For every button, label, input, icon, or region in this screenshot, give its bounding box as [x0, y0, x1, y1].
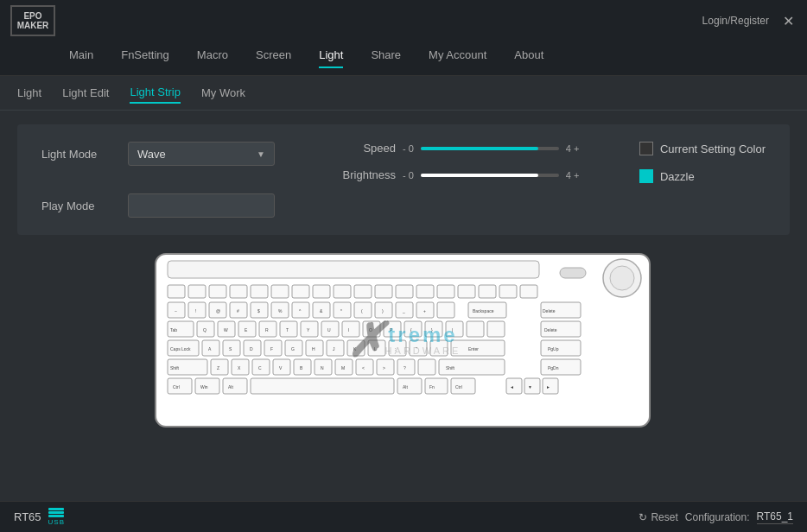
main-content: Light Mode Wave ▼ Play Mode — [0, 111, 807, 449]
dazzle-color-swatch[interactable] — [639, 169, 653, 183]
svg-rect-21 — [499, 285, 517, 298]
svg-text:U: U — [327, 327, 331, 332]
svg-rect-94 — [543, 378, 558, 394]
logo-text: EPOMAKER — [17, 11, 49, 30]
svg-rect-81 — [397, 359, 415, 375]
svg-rect-32 — [354, 302, 372, 318]
tab-light-strip[interactable]: Light Strip — [130, 82, 181, 104]
titlebar-right: Login/Register ✕ — [702, 13, 797, 29]
svg-rect-93 — [524, 378, 540, 394]
svg-text:Alt: Alt — [228, 384, 233, 390]
svg-text:Delete: Delete — [544, 327, 557, 332]
svg-text:%: % — [278, 308, 283, 314]
svg-text:Enter: Enter — [468, 346, 479, 352]
svg-text:Fn: Fn — [429, 384, 435, 390]
nav-item-fnsetting[interactable]: FnSetting — [121, 48, 169, 68]
nav-item-share[interactable]: Share — [371, 48, 401, 68]
brightness-slider[interactable] — [421, 174, 559, 177]
svg-rect-53 — [467, 321, 484, 337]
svg-rect-8 — [230, 285, 247, 298]
svg-text:Delete: Delete — [543, 308, 556, 314]
svg-text:PgUp: PgUp — [548, 346, 559, 352]
svg-text:Z: Z — [217, 365, 219, 370]
svg-rect-63 — [327, 340, 344, 356]
svg-rect-70 — [541, 340, 581, 356]
svg-rect-19 — [458, 285, 475, 298]
svg-rect-80 — [377, 359, 394, 375]
play-mode-label: Play Mode — [41, 200, 128, 212]
light-mode-value: Wave — [137, 148, 166, 161]
svg-text:C: C — [258, 365, 262, 370]
nav-item-screen[interactable]: Screen — [256, 48, 291, 68]
brightness-min-label: - 0 — [403, 170, 414, 180]
svg-text:~: ~ — [175, 308, 177, 314]
usb-label: USB — [48, 518, 65, 526]
svg-rect-79 — [356, 359, 373, 375]
svg-rect-33 — [375, 302, 392, 318]
light-mode-dropdown[interactable]: Wave ▼ — [128, 142, 275, 166]
close-button[interactable]: ✕ — [779, 13, 797, 29]
reset-icon: ↻ — [639, 511, 647, 523]
settings-panel: Light Mode Wave ▼ Play Mode — [17, 124, 790, 235]
tab-light-edit[interactable]: Light Edit — [62, 83, 109, 103]
statusbar-left: RT65 USB — [14, 508, 65, 526]
svg-text:#: # — [237, 308, 239, 314]
statusbar-right: ↻ Reset Configuration: RT65_1 — [639, 510, 793, 524]
speed-min-label: - 0 — [403, 143, 414, 154]
svg-text:!: ! — [195, 308, 196, 314]
play-mode-dropdown[interactable] — [128, 193, 275, 218]
svg-rect-22 — [520, 285, 537, 298]
svg-rect-68 — [430, 340, 448, 356]
svg-text:": " — [416, 346, 417, 352]
svg-text:►: ► — [546, 384, 550, 390]
tab-my-work[interactable]: My Work — [201, 83, 245, 103]
svg-text:Alt: Alt — [403, 384, 408, 390]
svg-text:◄: ◄ — [510, 384, 514, 390]
nav-item-about[interactable]: About — [514, 48, 543, 68]
svg-text:PgDn: PgDn — [548, 365, 559, 370]
svg-rect-84 — [541, 359, 581, 375]
app-logo: EPOMAKER — [10, 5, 55, 36]
speed-row: Speed - 0 4 + — [335, 142, 579, 155]
svg-rect-66 — [389, 340, 406, 356]
svg-rect-4 — [560, 268, 586, 278]
tab-light[interactable]: Light — [17, 83, 41, 103]
svg-text:▼: ▼ — [528, 384, 532, 390]
speed-max-label: 4 + — [566, 143, 580, 154]
config-label: Configuration: — [685, 511, 750, 523]
panel-middle: Speed - 0 4 + Brightness - 0 4 + — [335, 142, 579, 181]
svg-text:W: W — [224, 327, 228, 332]
light-mode-control: Wave ▼ — [128, 142, 283, 166]
dazzle-label: Dazzle — [660, 170, 695, 183]
login-register-button[interactable]: Login/Register — [702, 15, 769, 27]
reset-button[interactable]: ↻ Reset — [639, 511, 677, 523]
svg-rect-36 — [437, 302, 454, 318]
panel-right: Current Setting Color Dazzle — [639, 142, 766, 183]
svg-rect-51 — [425, 321, 442, 337]
svg-rect-17 — [416, 285, 434, 298]
svg-text:G: G — [291, 346, 295, 352]
svg-rect-1 — [168, 261, 539, 278]
svg-text:Shift: Shift — [446, 365, 455, 370]
svg-text:T: T — [286, 327, 289, 332]
nav-item-light[interactable]: Light — [319, 48, 343, 68]
svg-rect-47 — [342, 321, 359, 337]
svg-rect-14 — [354, 285, 372, 298]
svg-text:Shift: Shift — [170, 365, 180, 370]
nav-item-myaccount[interactable]: My Account — [429, 48, 486, 68]
svg-text:>: > — [383, 365, 385, 370]
speed-slider[interactable] — [421, 147, 559, 150]
statusbar: RT65 USB ↻ Reset Configuration: RT65_1 — [0, 501, 807, 532]
svg-text:<: < — [362, 365, 365, 370]
nav-item-main[interactable]: Main — [69, 48, 93, 68]
svg-text:L: L — [374, 346, 377, 352]
device-name: RT65 — [14, 510, 41, 523]
svg-rect-12 — [313, 285, 330, 298]
current-color-swatch[interactable] — [639, 142, 653, 155]
svg-text:?: ? — [404, 365, 406, 370]
current-color-label: Current Setting Color — [660, 142, 766, 155]
svg-rect-85 — [168, 378, 192, 394]
dropdown-arrow-icon: ▼ — [257, 149, 265, 159]
svg-text:R: R — [265, 327, 269, 332]
nav-item-macro[interactable]: Macro — [197, 48, 228, 68]
